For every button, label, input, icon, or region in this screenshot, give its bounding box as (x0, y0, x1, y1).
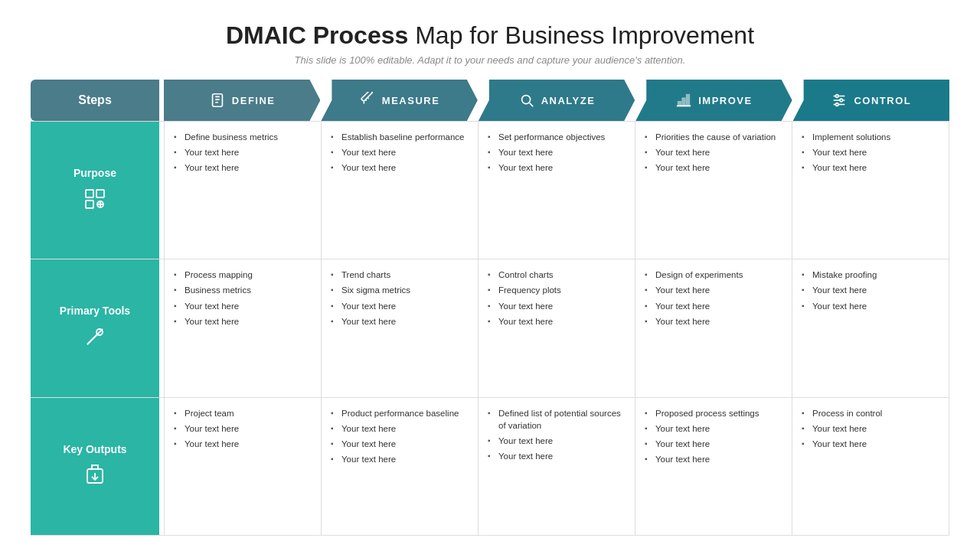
svg-point-8 (521, 96, 530, 104)
list-item: Your text here (645, 298, 782, 314)
header-control: CONTROL (793, 80, 949, 121)
list-item: Your text here (802, 160, 939, 175)
list-item: Implement solutions (802, 129, 939, 145)
svg-line-28 (87, 329, 103, 344)
header-define: DEFINE (164, 80, 320, 121)
list-item: Your text here (488, 314, 626, 329)
list-item: Your text here (802, 145, 939, 160)
arrow-label-analyze: ANALYZE (518, 92, 596, 109)
list-item: Priorities the cause of variation (645, 129, 782, 145)
list-item: Project team (174, 406, 312, 421)
list-item: Your text here (174, 314, 312, 329)
list-item: Your text here (645, 145, 782, 160)
list-item: Your text here (331, 452, 469, 467)
list-item: Proposed process settings (645, 406, 782, 421)
list-item: Define business metrics (174, 129, 312, 145)
list-item: Design of experiments (645, 267, 782, 282)
svg-rect-22 (86, 201, 93, 208)
list-item: Process mapping (174, 267, 312, 282)
row-label-purpose: Purpose (74, 167, 116, 179)
cell-primary-tools-measure: Trend chartsSix sigma metricsYour text h… (321, 259, 478, 396)
list-item: Set performance objectives (488, 129, 626, 145)
arrow-icon-measure (359, 92, 376, 109)
arrow-icon-analyze (518, 92, 535, 109)
svg-point-17 (836, 95, 839, 98)
svg-line-9 (529, 103, 533, 107)
svg-rect-21 (96, 190, 104, 197)
list-item: Your text here (645, 314, 782, 329)
list-item: Your text here (645, 436, 782, 452)
body-rows: Purpose Define business metricsYour text… (31, 121, 949, 536)
list-item: Your text here (174, 421, 312, 436)
row-label-key-outputs: Key Outputs (63, 443, 126, 455)
list-item: Your text here (802, 436, 939, 452)
list-item: Your text here (488, 145, 626, 160)
cell-purpose-define: Define business metricsYour text hereYou… (164, 122, 321, 259)
svg-point-19 (836, 103, 839, 106)
arrow-icon-define (209, 92, 226, 109)
header-measure: MEASURE (321, 80, 477, 121)
list-item: Process in control (802, 406, 939, 421)
list-item: Your text here (645, 421, 782, 436)
row-primary-tools: Primary Tools Process mappingBusiness me… (31, 259, 949, 396)
list-item: Your text here (174, 298, 312, 314)
cell-purpose-measure: Establish baseline performanceYour text … (321, 122, 478, 259)
cell-primary-tools-control: Mistake proofingYour text hereYour text … (792, 259, 949, 396)
list-item: Your text here (802, 282, 939, 298)
row-icon-key-outputs (83, 463, 107, 490)
cell-key-outputs-improve: Proposed process settingsYour text hereY… (635, 398, 792, 535)
svg-rect-10 (678, 102, 681, 106)
row-label-primary-tools: Primary Tools (60, 305, 130, 317)
list-item: Establish baseline performance (331, 129, 469, 145)
list-item: Business metrics (174, 282, 312, 298)
arrow-icon-control (831, 92, 848, 109)
list-item: Your text here (174, 160, 312, 175)
list-item: Frequency plots (488, 282, 626, 298)
list-item: Your text here (802, 421, 939, 436)
svg-rect-11 (682, 98, 685, 106)
list-item: Your text here (331, 160, 469, 175)
header-improve: IMPROVE (635, 80, 792, 121)
arrow-label-define: DEFINE (209, 92, 276, 109)
svg-rect-0 (212, 94, 222, 107)
list-item: Your text here (488, 298, 626, 314)
cell-primary-tools-analyze: Control chartsFrequency plotsYour text h… (478, 259, 635, 396)
cell-purpose-analyze: Set performance objectivesYour text here… (478, 122, 635, 259)
page: DMAIC Process Map for Business Improveme… (0, 0, 980, 551)
cell-key-outputs-measure: Product performance baselineYour text he… (321, 398, 478, 535)
list-item: Your text here (331, 298, 469, 314)
list-item: Your text here (645, 282, 782, 298)
arrow-label-measure: MEASURE (359, 92, 440, 109)
title-area: DMAIC Process Map for Business Improveme… (31, 21, 949, 50)
row-header-primary-tools: Primary Tools (31, 259, 159, 396)
row-header-purpose: Purpose (31, 122, 159, 259)
cells-key-outputs: Project teamYour text hereYour text here… (164, 398, 949, 535)
cell-primary-tools-improve: Design of experimentsYour text hereYour … (635, 259, 792, 396)
svg-point-18 (840, 99, 843, 102)
list-item: Mistake proofing (802, 267, 939, 282)
svg-rect-12 (687, 95, 690, 106)
arrow-headers: DEFINE MEASURE ANALYZE IMPROVE CONTROL (164, 80, 949, 121)
list-item: Your text here (331, 314, 469, 329)
page-title: DMAIC Process Map for Business Improveme… (31, 21, 949, 50)
list-item: Your text here (488, 448, 626, 464)
list-item: Your text here (645, 160, 782, 175)
cells-purpose: Define business metricsYour text hereYou… (164, 122, 949, 259)
arrow-label-control: CONTROL (831, 92, 911, 109)
cell-key-outputs-analyze: Defined list of potential sources of var… (478, 398, 635, 535)
cell-primary-tools-define: Process mappingBusiness metricsYour text… (164, 259, 321, 396)
cell-purpose-improve: Priorities the cause of variationYour te… (635, 122, 792, 259)
list-item: Product performance baseline (331, 406, 469, 421)
list-item: Your text here (645, 452, 782, 467)
cells-primary-tools: Process mappingBusiness metricsYour text… (164, 259, 949, 396)
list-item: Your text here (174, 145, 312, 160)
arrow-icon-improve (675, 92, 692, 109)
svg-rect-20 (86, 190, 93, 197)
list-item: Your text here (331, 436, 469, 452)
list-item: Defined list of potential sources of var… (488, 406, 626, 433)
header-row: Steps DEFINE MEASURE ANALYZE IMPROVE CON… (31, 80, 949, 121)
arrow-label-improve: IMPROVE (675, 92, 752, 109)
row-header-key-outputs: Key Outputs (31, 398, 159, 535)
svg-rect-4 (361, 92, 373, 101)
steps-header: Steps (31, 80, 159, 121)
